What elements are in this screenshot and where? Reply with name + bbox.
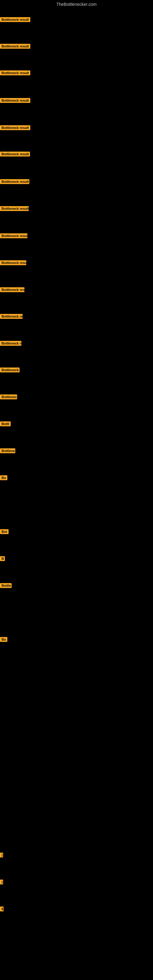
- bottleneck-badge-14[interactable]: Bottleneck re: [0, 368, 19, 372]
- site-title: TheBottlenecker.com: [0, 0, 153, 9]
- bottleneck-badge-8[interactable]: Bottleneck result: [0, 206, 29, 211]
- bottleneck-badge-21[interactable]: Bottle: [0, 583, 12, 588]
- bottleneck-badge-23[interactable]: |: [0, 853, 3, 858]
- bottleneck-badge-2[interactable]: Bottleneck result: [0, 44, 30, 49]
- bottleneck-badge-18[interactable]: Bo: [0, 475, 7, 480]
- bottleneck-badge-25[interactable]: E: [0, 907, 4, 912]
- bottleneck-badge-1[interactable]: Bottleneck result: [0, 17, 30, 22]
- bottleneck-badge-5[interactable]: Bottleneck result: [0, 125, 30, 130]
- bottleneck-badge-4[interactable]: Bottleneck result: [0, 98, 30, 103]
- bottleneck-badge-3[interactable]: Bottleneck result: [0, 70, 30, 75]
- bottleneck-badge-11[interactable]: Bottleneck resu: [0, 287, 24, 292]
- bottleneck-badge-15[interactable]: Bottlenec: [0, 395, 17, 399]
- bottleneck-badge-13[interactable]: Bottleneck res: [0, 341, 21, 346]
- bottleneck-badge-24[interactable]: |: [0, 880, 3, 885]
- bottleneck-badge-22[interactable]: Bo: [0, 637, 7, 642]
- bottleneck-badge-20[interactable]: B: [0, 556, 5, 561]
- bottleneck-badge-10[interactable]: Bottleneck result: [0, 260, 26, 265]
- bottleneck-badge-17[interactable]: Bottlene: [0, 449, 15, 453]
- bottleneck-badge-6[interactable]: Bottleneck result: [0, 151, 30, 156]
- bottleneck-badge-16[interactable]: Bottl: [0, 422, 11, 426]
- bottleneck-badge-7[interactable]: Bottleneck result: [0, 179, 29, 184]
- bottleneck-badge-19[interactable]: Bot: [0, 529, 9, 534]
- bottleneck-badge-12[interactable]: Bottleneck res: [0, 314, 22, 319]
- bottleneck-badge-9[interactable]: Bottleneck result: [0, 233, 27, 238]
